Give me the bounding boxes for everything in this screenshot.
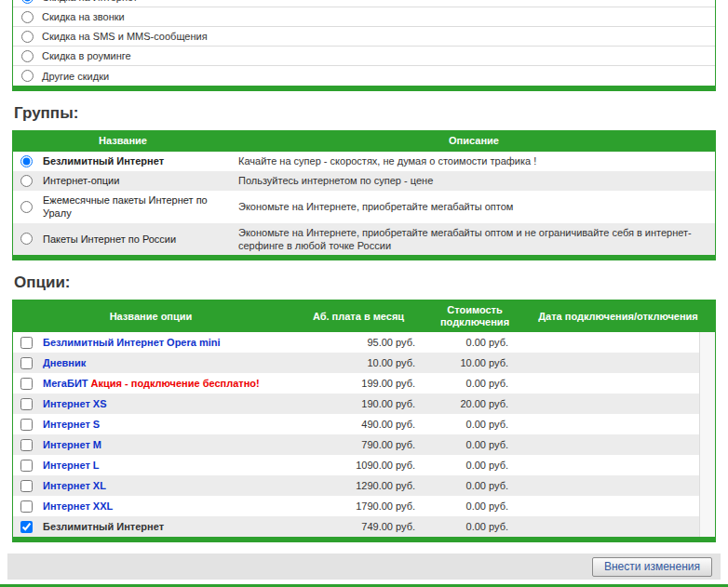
option-row[interactable]: МегаБИТ Акция - подключение бесплатно!19… <box>13 373 699 394</box>
option-row[interactable]: Интернет XXL1790.00 руб.0.00 руб. <box>13 496 699 516</box>
options-col-date: Дата подключения/отключения <box>521 300 715 332</box>
group-name: Безлимитный Интернет <box>37 152 233 171</box>
option-checkbox[interactable] <box>20 337 33 349</box>
option-name-cell: Интернет M <box>37 434 289 455</box>
option-name-cell: Интернет XXL <box>37 496 289 516</box>
discount-radio[interactable] <box>21 11 34 23</box>
option-connect-cost: 0.00 руб. <box>428 332 521 353</box>
option-fee: 1090.00 руб. <box>289 455 428 475</box>
group-name: Интернет-опции <box>37 171 233 191</box>
discounts-green-bar <box>13 86 715 90</box>
group-radio[interactable] <box>20 233 33 245</box>
option-date <box>521 516 699 537</box>
options-title: Опции: <box>14 273 716 292</box>
option-connect-cost: 0.00 руб. <box>428 475 521 496</box>
discount-row[interactable]: Скидка в роуминге <box>13 47 715 66</box>
discount-row[interactable]: Скидка на SMS и MMS-сообщения <box>13 27 715 47</box>
option-connect-cost: 10.00 руб. <box>428 353 521 373</box>
submit-button[interactable]: Внести изменения <box>592 557 712 577</box>
group-description: Экономьте на Интернете, приобретайте мег… <box>233 223 715 256</box>
option-name-link[interactable]: Интернет XL <box>43 480 106 491</box>
discount-label: Скидка на Интернет <box>42 0 138 3</box>
option-row[interactable]: Интернет XL1290.00 руб.0.00 руб. <box>13 475 699 496</box>
option-row[interactable]: Интернет XS190.00 руб.20.00 руб. <box>13 394 699 414</box>
option-date <box>521 496 699 516</box>
option-checkbox[interactable] <box>20 378 33 390</box>
group-radio-cell <box>13 152 37 171</box>
discount-row[interactable]: Скидка на звонки <box>13 7 715 27</box>
option-name-link[interactable]: Интернет M <box>43 439 101 450</box>
options-scrollbar[interactable] <box>699 332 715 537</box>
option-name-cell: Интернет L <box>37 455 289 475</box>
option-checkbox[interactable] <box>20 357 33 369</box>
option-fee: 199.00 руб. <box>289 373 428 394</box>
options-rows: Безлимитный Интернет Opera mini95.00 руб… <box>13 332 699 537</box>
option-checkbox[interactable] <box>20 521 33 533</box>
discount-radio[interactable] <box>21 0 34 4</box>
group-name: Ежемесячные пакеты Интернет по Уралу <box>37 191 233 223</box>
group-radio-cell <box>13 171 37 191</box>
options-col-connect: Стоимость подключения <box>428 300 521 332</box>
option-name-link[interactable]: Интернет L <box>43 460 100 471</box>
discount-radio[interactable] <box>21 31 34 43</box>
options-table: Название опции Аб. плата в месяц Стоимос… <box>12 300 716 542</box>
option-row[interactable]: Безлимитный Интернет Opera mini95.00 руб… <box>13 332 699 353</box>
group-radio[interactable] <box>20 201 33 213</box>
option-checkbox-cell <box>13 394 37 414</box>
option-name-link[interactable]: Интернет XXL <box>43 500 113 512</box>
option-date <box>521 353 699 373</box>
discount-row[interactable]: Скидка на Интернет <box>13 0 715 7</box>
option-name-cell: Интернет XL <box>37 475 289 496</box>
option-row[interactable]: Безлимитный Интернет749.00 руб.0.00 руб. <box>13 516 699 537</box>
option-name-link[interactable]: Безлимитный Интернет Opera mini <box>43 337 221 348</box>
option-checkbox[interactable] <box>20 439 33 451</box>
option-row[interactable]: Дневник10.00 руб.10.00 руб. <box>13 353 699 373</box>
page: Скидка на ИнтернетСкидка на звонкиСкидка… <box>0 0 728 587</box>
footer-bar: Внести изменения <box>7 554 721 580</box>
option-connect-cost: 0.00 руб. <box>428 414 521 434</box>
option-date <box>521 455 699 475</box>
groups-col-name: Название <box>13 131 233 152</box>
option-checkbox-cell <box>13 414 37 434</box>
groups-rows: Безлимитный ИнтернетКачайте на супер - с… <box>13 152 715 255</box>
discount-radio[interactable] <box>21 70 34 82</box>
option-connect-cost: 0.00 руб. <box>428 496 521 516</box>
option-row[interactable]: Интернет S490.00 руб.0.00 руб. <box>13 414 699 434</box>
option-checkbox-cell <box>13 496 37 516</box>
option-checkbox-cell <box>13 475 37 496</box>
option-checkbox[interactable] <box>20 398 33 410</box>
option-fee: 1290.00 руб. <box>289 475 428 496</box>
group-row[interactable]: Пакеты Интернет по РоссииЭкономьте на Ин… <box>13 223 715 256</box>
options-header-row: Название опции Аб. плата в месяц Стоимос… <box>13 300 715 332</box>
option-fee: 490.00 руб. <box>289 414 428 434</box>
option-checkbox-cell <box>13 516 37 537</box>
option-checkbox[interactable] <box>20 419 33 431</box>
option-fee: 790.00 руб. <box>289 434 428 455</box>
option-checkbox-cell <box>13 332 37 353</box>
group-radio[interactable] <box>20 155 33 167</box>
option-row[interactable]: Интернет M790.00 руб.0.00 руб. <box>13 434 699 455</box>
option-checkbox[interactable] <box>20 480 33 492</box>
option-row[interactable]: Интернет L1090.00 руб.0.00 руб. <box>13 455 699 475</box>
discount-row[interactable]: Другие скидки <box>13 66 715 86</box>
group-row[interactable]: Безлимитный ИнтернетКачайте на супер - с… <box>13 152 715 171</box>
options-body: Безлимитный Интернет Opera mini95.00 руб… <box>13 332 715 537</box>
option-name-link[interactable]: Интернет XS <box>43 398 107 409</box>
groups-title: Группы: <box>14 104 716 123</box>
option-fee: 1790.00 руб. <box>289 496 428 516</box>
option-date <box>521 475 699 496</box>
option-name-link[interactable]: Дневник <box>43 357 86 368</box>
options-col-name: Название опции <box>13 300 289 332</box>
group-radio[interactable] <box>20 175 33 187</box>
option-name-link[interactable]: Интернет S <box>43 419 100 430</box>
option-name-cell: Безлимитный Интернет <box>37 516 289 537</box>
group-row[interactable]: Ежемесячные пакеты Интернет по УралуЭкон… <box>13 191 715 223</box>
groups-header-row: Название Описание <box>13 131 715 152</box>
option-name-link[interactable]: МегаБИТ <box>43 378 88 389</box>
option-connect-cost: 0.00 руб. <box>428 455 521 475</box>
option-checkbox[interactable] <box>20 500 33 513</box>
discount-radio[interactable] <box>21 50 34 62</box>
group-row[interactable]: Интернет-опцииПользуйтесь интернетом по … <box>13 171 715 191</box>
discount-list: Скидка на ИнтернетСкидка на звонкиСкидка… <box>13 0 715 86</box>
option-checkbox[interactable] <box>20 460 33 472</box>
